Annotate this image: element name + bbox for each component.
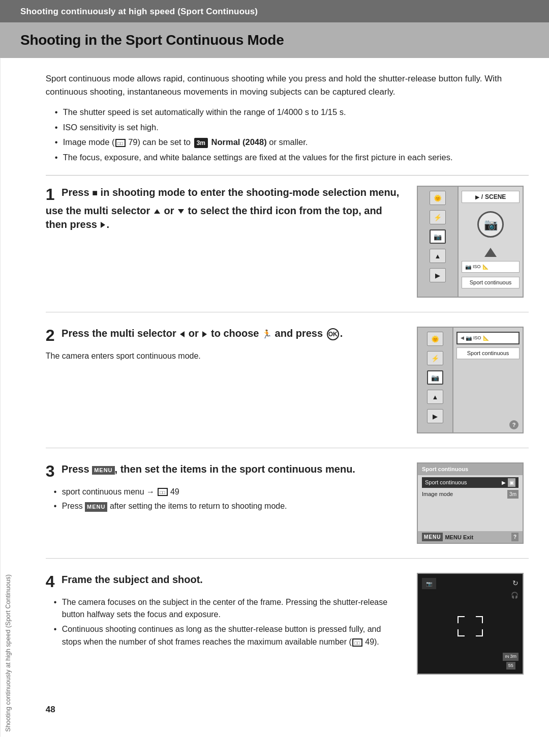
step-1-content: 1 Press ■ in shooting mode to enter the … bbox=[46, 186, 403, 236]
screen3-selected-row: Sport continuous ▶ ▣ bbox=[422, 477, 518, 488]
step-1-section: 1 Press ■ in shooting mode to enter the … bbox=[46, 186, 529, 312]
bullet-3: Image mode (□□ 79) can be set to 3m Norm… bbox=[55, 136, 529, 149]
bullet-1: The shutter speed is set automatically w… bbox=[55, 106, 529, 119]
screen1-icon1: 🌞 bbox=[430, 191, 446, 205]
step-4-section: 4 Frame the subject and shoot. The camer… bbox=[46, 573, 529, 689]
camera-icon: 📷 bbox=[477, 211, 504, 238]
sport-continuous-label-1: Sport continuous bbox=[462, 277, 520, 288]
step-2-desc: The camera enters sport continuous mode. bbox=[46, 350, 403, 363]
scene-bar: ▶/SCENE bbox=[462, 191, 520, 203]
screen2-icon1: 🌞 bbox=[427, 332, 443, 346]
screen1-icon5: ▶ bbox=[430, 268, 446, 282]
step-2-section: 2 Press the multi selector or to choose … bbox=[46, 327, 529, 448]
step-3-header: 3 Press MENU, then set the items in the … bbox=[46, 462, 403, 480]
step3-bullet-2: Press MENU after setting the items to re… bbox=[54, 500, 403, 513]
top-bar: Shooting continuously at high speed (Spo… bbox=[0, 0, 549, 22]
step-1-image: 🌞 ⚡ 📷 ▲ ▶ ▶/SCENE 📷 bbox=[417, 186, 529, 298]
step-2-header: 2 Press the multi selector or to choose … bbox=[46, 327, 403, 344]
step-1-header: 1 Press ■ in shooting mode to enter the … bbox=[46, 186, 403, 231]
feature-bullets: The shutter speed is set automatically w… bbox=[46, 106, 529, 164]
selected-sport-item: ◀ 📷 ISO 📐 bbox=[456, 332, 520, 344]
screen1-icon4: ▲ bbox=[430, 249, 446, 263]
arrow-up-indicator bbox=[484, 248, 497, 257]
step-2-content: 2 Press the multi selector or to choose … bbox=[46, 327, 403, 362]
step-4-header: 4 Frame the subject and shoot. bbox=[46, 573, 403, 591]
step-3-image: Sport continuous Sport continuous ▶ ▣ bbox=[417, 462, 529, 544]
menu-icon-row: 📷 ISO 📐 bbox=[462, 261, 520, 273]
step-3-section: 3 Press MENU, then set the items in the … bbox=[46, 462, 529, 559]
screen2-icon3-selected: 📷 bbox=[427, 370, 443, 385]
step-2-image: 🌞 ⚡ 📷 ▲ ▶ ◀ 📷 ISO 📐 bbox=[417, 327, 529, 433]
screen2-icon4: ▲ bbox=[427, 390, 443, 404]
intro-text: Sport continuous mode allows rapid, cont… bbox=[46, 72, 529, 99]
step3-bullet-1: sport continuous menu → □□ 49 bbox=[54, 486, 403, 499]
screen3-top: Sport continuous bbox=[418, 463, 523, 475]
step4-bullet-1: The camera focuses on the subject in the… bbox=[54, 596, 403, 622]
screen1-icon3-selected: 📷 bbox=[430, 229, 446, 244]
screen1-icon2: ⚡ bbox=[430, 210, 446, 224]
screen3-image-mode-row: Image mode 3m bbox=[422, 490, 518, 499]
step-4-image: 📷 ↻ 🎧 bbox=[417, 573, 529, 675]
sport-continuous-label-2: Sport continuous bbox=[456, 347, 520, 359]
step-3-content: 3 Press MENU, then set the items in the … bbox=[46, 462, 403, 515]
page-title: Shooting in the Sport Continuous Mode bbox=[20, 30, 529, 51]
page-title-bar: Shooting in the Sport Continuous Mode bbox=[0, 22, 549, 58]
sidebar-label: Shooting continuously at high speed (Spo… bbox=[0, 58, 16, 737]
screen3-bottom: MENU MENU Exit ? bbox=[418, 531, 523, 543]
screen2-icon2: ⚡ bbox=[427, 351, 443, 365]
bullet-4: The focus, exposure, and white balance s… bbox=[55, 151, 529, 164]
step-3-bullets: sport continuous menu → □□ 49 Press MENU… bbox=[46, 486, 403, 513]
bullet-2: ISO sensitivity is set high. bbox=[55, 121, 529, 134]
step4-bullet-2: Continuous shooting continues as long as… bbox=[54, 623, 403, 649]
step-4-content: 4 Frame the subject and shoot. The camer… bbox=[46, 573, 403, 650]
step-4-bullets: The camera focuses on the subject in the… bbox=[46, 596, 403, 649]
screen2-icon5: ▶ bbox=[427, 409, 443, 423]
page-number: 48 bbox=[46, 703, 529, 716]
